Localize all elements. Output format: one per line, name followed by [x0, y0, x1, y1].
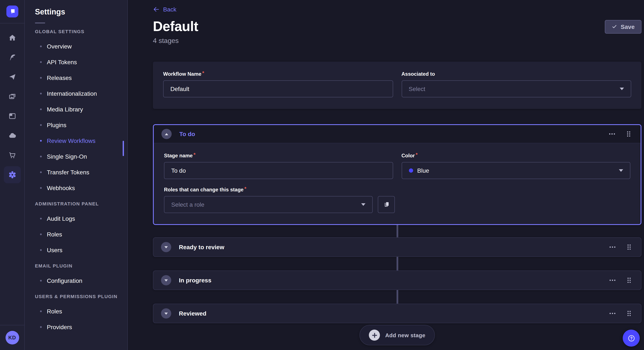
nav-settings[interactable]: [4, 166, 21, 183]
avatar[interactable]: KD: [5, 331, 19, 345]
workflow-name-label: Workflow Name*: [163, 71, 393, 77]
stage-card-collapsed[interactable]: Ready to review: [153, 237, 642, 257]
sidebar-item-label: API Tokens: [47, 58, 77, 65]
stage-card-collapsed[interactable]: In progress: [153, 270, 642, 290]
sidebar-item[interactable]: Webhooks: [25, 180, 127, 196]
sidebar-section-label: USERS & PERMISSIONS PLUGIN: [35, 294, 127, 299]
page-title: Default: [153, 19, 198, 34]
settings-sidebar: Settings GLOBAL SETTINGS Overview API To…: [25, 0, 128, 350]
stage-drag-handle[interactable]: [624, 129, 633, 139]
nav-home[interactable]: [4, 29, 21, 46]
sidebar-item[interactable]: Roles: [25, 303, 127, 319]
bullet-icon: [40, 140, 42, 141]
stage-more-button[interactable]: [608, 242, 617, 252]
nav-deploy[interactable]: [4, 127, 21, 144]
sidebar-section-label: EMAIL PLUGIN: [35, 263, 127, 268]
sidebar-item-label: Review Workflows: [47, 137, 96, 144]
stage-title: Reviewed: [179, 310, 206, 317]
sidebar-item-label: Media Library: [47, 106, 83, 113]
main-nav-rail: KD: [0, 0, 25, 350]
sidebar-item[interactable]: Providers: [25, 319, 127, 335]
sidebar-item-label: Single Sign-On: [47, 153, 87, 160]
stage-name-label: Stage name*: [164, 153, 393, 159]
expand-stage-button[interactable]: [161, 275, 171, 285]
sidebar-item[interactable]: Transfer Tokens: [25, 164, 127, 180]
stage-color-field: Color* Blue: [402, 153, 630, 179]
bullet-icon: [40, 217, 42, 219]
stage-drag-handle[interactable]: [625, 242, 633, 252]
sidebar-item[interactable]: Review Workflows: [25, 133, 127, 149]
stage-more-button[interactable]: [607, 129, 617, 139]
sidebar-item-label: Roles: [47, 308, 62, 315]
sidebar-item-label: Users: [47, 246, 62, 253]
help-button[interactable]: [623, 330, 640, 347]
help-question-icon: [627, 334, 636, 343]
drag-dots-icon: [626, 243, 632, 251]
paper-plane-icon: [8, 73, 16, 81]
sidebar-item[interactable]: Configuration: [25, 273, 127, 288]
sidebar-section-label: ADMINISTRATION PANEL: [35, 201, 127, 206]
stage-card-todo: To do Stage name*: [153, 124, 642, 225]
stage-title: In progress: [179, 277, 212, 284]
associated-to-select[interactable]: Select: [402, 80, 631, 97]
stage-drag-handle[interactable]: [625, 276, 633, 285]
sidebar-item[interactable]: API Tokens: [25, 54, 127, 70]
plus-icon: [369, 330, 380, 341]
nav-content-manager[interactable]: [4, 49, 21, 66]
sidebar-item[interactable]: Internationalization: [25, 85, 127, 101]
nav-releases[interactable]: [4, 68, 21, 85]
stage-more-button[interactable]: [608, 276, 617, 285]
nav-content-type-builder[interactable]: [4, 108, 21, 125]
stage-name-input[interactable]: [164, 162, 393, 179]
check-icon: [612, 24, 618, 29]
associated-to-field: Associated to Select: [402, 71, 631, 97]
sidebar-item[interactable]: Users: [25, 242, 127, 258]
collapse-stage-button[interactable]: [162, 129, 172, 139]
stage-color-select[interactable]: Blue: [402, 162, 630, 179]
bullet-icon: [40, 326, 42, 328]
chevron-down-icon: [361, 203, 366, 206]
cloud-icon: [8, 131, 16, 140]
scrollbar-thumb[interactable]: [123, 141, 124, 156]
sidebar-item[interactable]: Roles: [25, 226, 127, 242]
sidebar-item-label: Internationalization: [47, 90, 97, 97]
expand-stage-button[interactable]: [161, 242, 171, 252]
stage-header[interactable]: To do: [154, 125, 640, 143]
strapi-logo[interactable]: [6, 5, 18, 17]
save-button[interactable]: Save: [605, 20, 642, 33]
stage-more-button[interactable]: [608, 309, 617, 318]
sidebar-item-label: Plugins: [47, 121, 66, 128]
layout-icon: [8, 112, 16, 120]
nav-media-library[interactable]: [4, 88, 21, 105]
bullet-icon: [40, 249, 42, 251]
sidebar-item[interactable]: Audit Logs: [25, 210, 127, 226]
sidebar-item[interactable]: Media Library: [25, 101, 127, 117]
workflow-name-input[interactable]: [163, 80, 393, 97]
sidebar-item[interactable]: Overview: [25, 38, 127, 54]
sidebar-item[interactable]: Single Sign-On: [25, 149, 127, 164]
sidebar-section: ADMINISTRATION PANEL Audit Logs Roles: [25, 201, 127, 258]
drag-dots-icon: [626, 310, 632, 317]
sidebar-section: EMAIL PLUGIN Configuration: [25, 263, 127, 288]
sidebar-item-label: Configuration: [47, 277, 82, 284]
bullet-icon: [40, 45, 42, 47]
add-stage-button[interactable]: Add new stage: [360, 325, 435, 345]
back-link[interactable]: Back: [153, 6, 176, 13]
bullet-icon: [40, 171, 42, 173]
sidebar-section: GLOBAL SETTINGS Overview API Tokens: [25, 29, 127, 196]
nav-marketplace[interactable]: [4, 147, 21, 164]
duplicate-stage-button[interactable]: [378, 196, 395, 213]
sidebar-item[interactable]: Plugins: [25, 117, 127, 133]
chevron-down-icon: [619, 169, 623, 172]
sidebar-item-label: Transfer Tokens: [47, 169, 89, 175]
back-label: Back: [163, 6, 176, 13]
color-dot-icon: [409, 169, 413, 173]
expand-stage-button[interactable]: [161, 308, 171, 319]
stage-roles-select[interactable]: Select a role: [164, 196, 373, 213]
divider: [0, 23, 24, 23]
sidebar-item[interactable]: Releases: [25, 70, 127, 85]
stage-card-collapsed[interactable]: Reviewed: [153, 304, 642, 323]
stage-drag-handle[interactable]: [625, 309, 633, 318]
associated-to-label: Associated to: [402, 71, 631, 77]
bullet-icon: [40, 280, 42, 281]
